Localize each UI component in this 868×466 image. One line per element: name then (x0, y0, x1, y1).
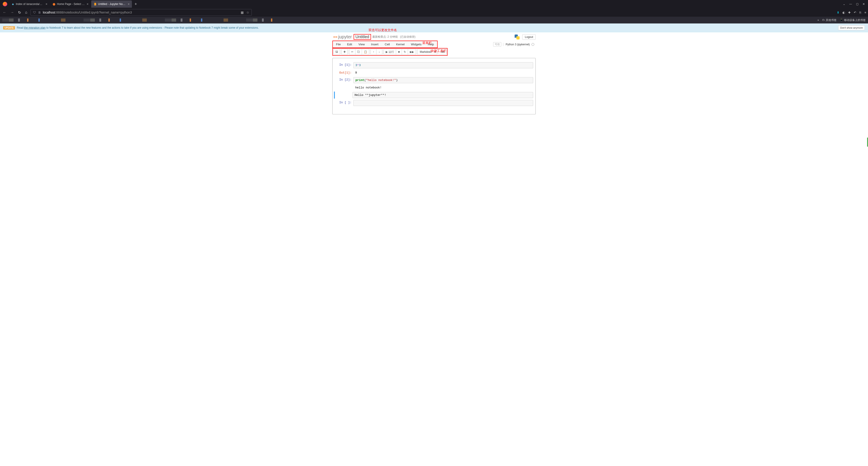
downloads-icon[interactable]: ⬇ (837, 11, 839, 14)
autosave-status: (已自动保存) (400, 35, 415, 39)
forward-button[interactable]: → (9, 9, 15, 15)
empty-prompt (335, 85, 353, 90)
save-button[interactable]: 🖫 (333, 49, 340, 55)
dismiss-banner-button[interactable]: Don't show anymore (838, 25, 865, 30)
jupyter-logo[interactable]: jupyter (332, 34, 352, 39)
jupyter-favicon-icon: ⬤ (52, 2, 56, 6)
other-bookmarks-folder[interactable]: 🗀 其他书签 (822, 18, 837, 22)
library-icon[interactable]: ↶ (854, 11, 856, 14)
toolbar: 🖫 ✚ ✂ ⿻ 📋 ↑ ↓ ▶运行 ■ ↻ ▶▶ Markdown ⌨ (333, 49, 447, 55)
move-down-button[interactable]: ↓ (376, 49, 382, 55)
output-prompt: Out[1]: (335, 70, 353, 75)
code-input[interactable] (353, 100, 533, 106)
menu-cell[interactable]: Cell (382, 41, 393, 47)
banner-text: Read the migration plan to Notebook 7 to… (17, 26, 258, 29)
restart-run-all-button[interactable]: ▶▶ (408, 49, 416, 55)
update-badge: UPDATE (3, 26, 15, 30)
checkpoint-status: 最新检查点: 2 分钟前 (372, 35, 398, 39)
code-cell[interactable]: In [1]: 3*3 (334, 62, 534, 69)
maximize-icon[interactable]: ▢ (856, 2, 859, 6)
navigation-toolbar: ← → ↻ ⌂ 🛡 🗎 localhost:8888/notebooks/Unt… (0, 8, 868, 17)
minimize-icon[interactable]: — (849, 2, 852, 6)
output-row: hello notebook! (334, 85, 534, 91)
tab-title: Untitled - Jupyter Notebook (98, 2, 126, 6)
close-icon[interactable]: × (45, 2, 48, 6)
notebook-favicon-icon: 📙 (93, 2, 97, 6)
url-host: localhost (43, 10, 55, 14)
run-button[interactable]: ▶运行 (384, 49, 396, 55)
bookmarks-bar: » 🗀 其他书签 📱 移动设备上的书签 (0, 17, 868, 24)
url-port: :8888 (55, 10, 63, 14)
address-bar[interactable]: 🛡 🗎 localhost:8888/notebooks/Untitled.ip… (30, 9, 252, 16)
browser-tab[interactable]: ◆ Index of /anaconda/archive/ × (9, 0, 50, 8)
firefox-icon (3, 2, 7, 6)
empty-prompt (335, 92, 352, 98)
output-text: 9 (353, 70, 533, 75)
menu-view[interactable]: View (355, 41, 368, 47)
menubar: File Edit View Insert Cell Kernel Widget… (333, 41, 437, 47)
menu-help[interactable]: Help (425, 41, 437, 47)
code-cell-empty[interactable]: In [ ]: (334, 99, 534, 106)
code-cell[interactable]: In [2]: print("hello notebook!") (334, 77, 534, 84)
mobile-bookmarks-folder[interactable]: 📱 移动设备上的书签 (840, 18, 866, 22)
logout-button[interactable]: Logout (522, 34, 536, 40)
reload-button[interactable]: ↻ (17, 9, 22, 15)
back-button[interactable]: ← (2, 9, 7, 15)
jupyter-logo-text: jupyter (338, 34, 352, 39)
paste-button[interactable]: 📋 (362, 49, 369, 55)
shield-icon: 🛡 (33, 10, 36, 14)
code-input[interactable]: 3*3 (353, 62, 533, 68)
input-prompt: In [2]: (335, 77, 353, 83)
menu-file[interactable]: File (333, 41, 344, 47)
app-menu-icon[interactable]: ≡ (864, 11, 866, 14)
tabs-dropdown-icon[interactable]: ⌄ (843, 2, 845, 6)
pocket-icon[interactable]: ⎘ (860, 11, 861, 14)
bookmark-star-icon[interactable]: ☆ (246, 10, 249, 14)
output-row: Out[1]: 9 (334, 70, 534, 76)
menu-kernel[interactable]: Kernel (393, 41, 408, 47)
tab-title: Index of /anaconda/archive/ (16, 2, 44, 6)
bookmarks-overflow-icon[interactable]: » (817, 19, 819, 22)
copy-button[interactable]: ⿻ (355, 49, 362, 55)
menu-widgets[interactable]: Widgets (408, 41, 425, 47)
command-palette-button[interactable]: ⌨ (439, 49, 447, 55)
home-button[interactable]: ⌂ (24, 9, 28, 15)
python-logo-icon (515, 34, 520, 39)
page-info-icon: 🗎 (38, 10, 41, 14)
browser-tab-active[interactable]: 📙 Untitled - Jupyter Notebook × (91, 0, 132, 8)
input-prompt: In [ ]: (335, 100, 353, 106)
menu-edit[interactable]: Edit (344, 41, 355, 47)
extensions-icon[interactable]: ✚ (848, 11, 850, 14)
migration-plan-link[interactable]: the migration plan (24, 26, 45, 29)
restart-button[interactable]: ↻ (402, 49, 408, 55)
cell-type-select[interactable]: Markdown (417, 49, 437, 55)
qr-icon[interactable]: ▦ (241, 10, 244, 14)
kernel-status-icon (531, 43, 534, 46)
tab-title: Home Page - Select or create (57, 2, 85, 6)
input-prompt: In [1]: (335, 62, 353, 68)
menu-insert[interactable]: Insert (368, 41, 382, 47)
interrupt-button[interactable]: ■ (396, 49, 402, 55)
stream-output: hello notebook! (353, 85, 533, 90)
browser-tab[interactable]: ⬤ Home Page - Select or create × (50, 0, 91, 8)
browser-chrome: ◆ Index of /anaconda/archive/ × ⬤ Home P… (0, 0, 868, 24)
markdown-input[interactable]: Hello **jupyter**! (352, 92, 533, 98)
move-up-button[interactable]: ↑ (371, 49, 376, 55)
jupyter-rings-icon (332, 34, 337, 39)
notebook-header: jupyter Untitled 最新检查点: 2 分钟前 (已自动保存) Lo… (332, 32, 536, 41)
favicon-icon: ◆ (11, 2, 14, 6)
insert-cell-button[interactable]: ✚ (341, 49, 348, 55)
code-input[interactable]: print("hello notebook!") (353, 77, 533, 83)
account-icon[interactable]: ◐ (842, 11, 845, 14)
close-window-icon[interactable]: ✕ (863, 2, 865, 6)
close-icon[interactable]: × (128, 2, 130, 6)
kernel-name[interactable]: Python 3 (ipykernel) (503, 43, 530, 46)
close-icon[interactable]: × (87, 2, 89, 6)
trusted-indicator[interactable]: 可信 (493, 42, 501, 46)
tab-strip: ◆ Index of /anaconda/archive/ × ⬤ Home P… (0, 0, 868, 8)
url-path: /notebooks/Untitled.ipynb?kernel_name=py… (63, 10, 132, 14)
notebook-title[interactable]: Untitled (353, 34, 371, 40)
markdown-cell-selected[interactable]: Hello **jupyter**! (334, 92, 534, 99)
new-tab-button[interactable]: + (132, 1, 139, 7)
cut-button[interactable]: ✂ (349, 49, 355, 55)
